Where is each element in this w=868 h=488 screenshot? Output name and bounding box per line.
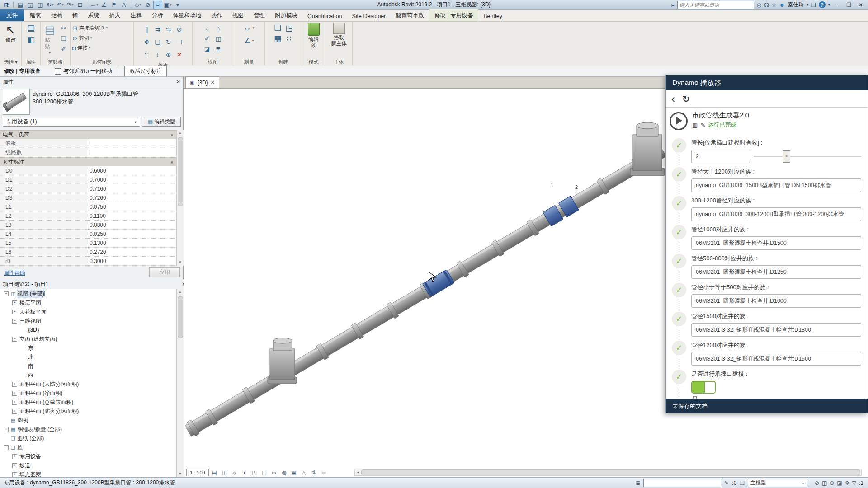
property-value[interactable]: 0.7000 bbox=[87, 175, 176, 184]
signed-in-user[interactable]: 秦佳琦 bbox=[788, 1, 804, 9]
ribbon-tab-视图[interactable]: 视图 bbox=[227, 9, 249, 21]
expand-icon[interactable]: + bbox=[12, 300, 17, 305]
tree-item[interactable]: {3D} bbox=[0, 325, 176, 334]
collapse-icon[interactable]: − bbox=[12, 337, 17, 342]
create-group-icon[interactable]: ❏ bbox=[273, 23, 283, 33]
tree-item[interactable]: +坡道 bbox=[0, 461, 176, 470]
tree-item-label[interactable]: 图纸 (全部) bbox=[17, 435, 44, 442]
properties-palette-icon[interactable]: ▤ bbox=[26, 23, 36, 33]
design-option-dropdown[interactable]: 主模型⌄ bbox=[748, 479, 807, 487]
modify-tool-button[interactable]: ↖ 修改 bbox=[3, 23, 18, 44]
tree-item-label[interactable]: 北 bbox=[28, 353, 33, 361]
tree-item-label[interactable]: 专用设备 bbox=[19, 453, 41, 460]
scale-control[interactable]: 1 : 100 bbox=[186, 469, 209, 476]
switch-windows-icon[interactable]: ▣▾ bbox=[163, 1, 172, 9]
array-icon[interactable]: ∷ bbox=[142, 48, 152, 61]
horizontal-scrollbar[interactable]: ◄ bbox=[354, 469, 862, 476]
tree-item[interactable]: 北 bbox=[0, 352, 176, 361]
ribbon-tab-协作[interactable]: 协作 bbox=[206, 9, 227, 21]
undo-icon[interactable]: ↶▾ bbox=[56, 1, 65, 9]
collapse-icon[interactable]: − bbox=[4, 291, 9, 296]
group-label-select[interactable]: 选择 ▾ bbox=[0, 59, 21, 66]
tree-item-label[interactable]: 面积平面 (净面积) bbox=[19, 389, 62, 397]
temporary-view-properties-icon[interactable]: ▦ bbox=[289, 468, 299, 477]
ribbon-tab-附加模块[interactable]: 附加模块 bbox=[270, 9, 302, 21]
mirror-icon[interactable]: ⇋ bbox=[163, 23, 174, 36]
move-with-nearby-checkbox[interactable] bbox=[55, 68, 61, 75]
paste-button[interactable]: ▤ 粘贴 ▾ bbox=[42, 23, 57, 56]
tree-item[interactable]: −三维视图 bbox=[0, 316, 176, 325]
property-value[interactable]: 0.2720 bbox=[87, 248, 176, 256]
filter-icon[interactable]: ▽ bbox=[852, 480, 856, 486]
property-section-header[interactable]: 电气 - 负荷∧ bbox=[0, 130, 176, 139]
property-value[interactable]: 0.1300 bbox=[87, 239, 176, 247]
minimize-button[interactable]: – bbox=[833, 2, 842, 8]
collapse-chevron-icon[interactable]: ∧ bbox=[170, 160, 174, 164]
tree-item[interactable]: +天花板平面 bbox=[0, 307, 176, 316]
ribbon-tab-系统[interactable]: 系统 bbox=[83, 9, 104, 21]
tree-item[interactable]: +面积平面 (净面积) bbox=[0, 389, 176, 398]
tree-item-label[interactable]: 明细表/数量 (全部) bbox=[17, 426, 62, 433]
section-icon[interactable]: ⊘ bbox=[143, 1, 152, 9]
shadows-icon[interactable]: ◑ bbox=[240, 468, 249, 477]
ribbon-tab-修改 | 专用设备[interactable]: 修改 | 专用设备 bbox=[429, 9, 478, 21]
expand-icon[interactable]: + bbox=[12, 382, 17, 387]
cut-end-join-button[interactable]: ⊟连接端切割▾ bbox=[72, 23, 108, 33]
tree-item-label[interactable]: 图例 bbox=[17, 417, 28, 424]
tree-item-label[interactable]: 坡道 bbox=[19, 462, 30, 469]
expand-icon[interactable]: + bbox=[4, 427, 9, 432]
reveal-hidden-elements-icon[interactable]: ◍ bbox=[279, 468, 289, 477]
pipe-run[interactable] bbox=[184, 144, 667, 438]
user-avatar-icon[interactable]: ☻ bbox=[779, 2, 785, 8]
hide-element-icon[interactable]: ◪ bbox=[202, 44, 212, 54]
undo-icon-dropdown[interactable]: ▾ bbox=[62, 3, 64, 7]
linework-icon[interactable]: ✐ bbox=[202, 33, 212, 43]
edit-in-dynamo-icon[interactable]: ✎ bbox=[700, 122, 705, 128]
tree-item[interactable]: 南 bbox=[0, 361, 176, 371]
tree-item-label[interactable]: 三维视图 bbox=[19, 317, 41, 325]
properties-close-icon[interactable]: ✕ bbox=[176, 79, 180, 85]
temporary-hide-isolate-icon[interactable]: ∞ bbox=[269, 468, 279, 477]
view-tab-close-icon[interactable]: ✕ bbox=[211, 80, 215, 85]
ribbon-tab-注释[interactable]: 注释 bbox=[126, 9, 147, 21]
input-value-box[interactable]: 06MS201-3-32_矩形直线混凝土检查井:D1500 bbox=[691, 352, 861, 366]
edit-type-button[interactable]: ▦ 编辑类型 bbox=[142, 117, 181, 127]
select-underlay-icon[interactable]: ◫ bbox=[822, 480, 827, 486]
tree-item-label[interactable]: 面积平面 (总建筑面积) bbox=[19, 399, 73, 406]
expand-icon[interactable]: + bbox=[12, 391, 17, 396]
restore-button[interactable]: ❐ bbox=[844, 2, 854, 8]
cut-icon[interactable]: ✂ bbox=[59, 23, 69, 33]
slider-track[interactable]: ≡ bbox=[754, 156, 861, 157]
tree-item-label[interactable]: 天花板平面 bbox=[19, 308, 47, 316]
expand-icon[interactable]: + bbox=[12, 409, 17, 414]
apply-button[interactable]: 应用 bbox=[149, 267, 180, 277]
show-run-details-icon[interactable]: ▦ bbox=[692, 122, 698, 128]
offset-icon[interactable]: ⇉ bbox=[152, 23, 163, 36]
input-value-box[interactable]: 06MS201-3-32_矩形直线混凝土检查井:D1800 bbox=[691, 323, 861, 337]
expand-icon[interactable]: + bbox=[12, 400, 17, 405]
copy-to-clipboard-icon[interactable]: ❏ bbox=[59, 33, 69, 43]
property-value[interactable]: 0.0750 bbox=[87, 202, 176, 211]
input-value-box[interactable]: 06MS201_圆形混凝土检查井:D1250 bbox=[691, 265, 861, 279]
properties-palette-header[interactable]: 属性 ✕ bbox=[0, 77, 183, 87]
toggle-knob[interactable] bbox=[704, 382, 715, 393]
show-crop-region-icon[interactable]: ◳ bbox=[259, 468, 269, 477]
detail-level-icon[interactable]: ▤ bbox=[210, 468, 219, 477]
communication-center-icon[interactable]: ☊ bbox=[764, 2, 769, 8]
expand-icon[interactable]: + bbox=[12, 310, 17, 314]
print-icon[interactable]: ⊟ bbox=[75, 1, 85, 9]
property-value[interactable]: 0.0800 bbox=[87, 221, 176, 229]
move-icon[interactable]: ✥ bbox=[142, 36, 152, 48]
ribbon-tab-钢[interactable]: 钢 bbox=[67, 9, 83, 21]
ribbon-tab-建筑[interactable]: 建筑 bbox=[25, 9, 46, 21]
type-properties-icon[interactable]: ◧ bbox=[26, 35, 36, 45]
scale-icon[interactable]: ↕ bbox=[152, 48, 163, 61]
ribbon-tab-分析[interactable]: 分析 bbox=[147, 9, 168, 21]
manhole-top[interactable] bbox=[630, 122, 665, 176]
expand-icon[interactable]: + bbox=[12, 454, 17, 459]
ribbon-tab-Bentley[interactable]: Bentley bbox=[478, 11, 507, 21]
expand-icon[interactable]: + bbox=[12, 472, 17, 477]
redo-icon[interactable]: ↷▾ bbox=[66, 1, 75, 9]
tree-item[interactable]: +楼层平面 bbox=[0, 298, 176, 307]
measure-icon-dropdown[interactable]: ▾ bbox=[96, 3, 98, 7]
